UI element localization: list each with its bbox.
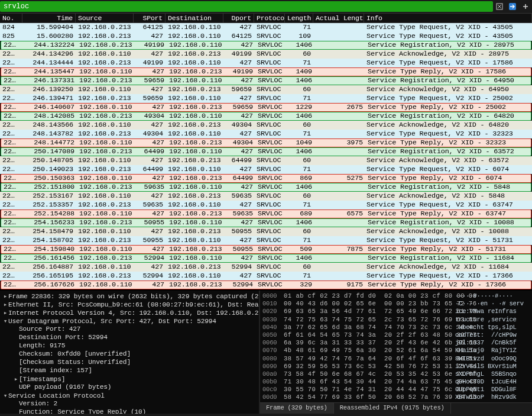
hex-row[interactable]: 008038 57 49 42 74 76 7a 64 20 6f 4f 6f … (262, 355, 532, 363)
packet-row[interactable]: 22…254.158702192.168.0.21350955192.168.0… (0, 236, 532, 245)
filter-apply-icon[interactable] (507, 1, 518, 12)
packet-row[interactable]: 22…244.134444192.168.0.21349199192.168.0… (0, 59, 532, 67)
caret-right-icon[interactable]: ▸ (2, 292, 8, 300)
hex-row[interactable]: 00d058 42 54 77 69 33 6f 50 20 68 52 7a … (262, 394, 532, 401)
packet-row[interactable]: 22…256.167626192.168.0.110427192.168.0.2… (1, 280, 531, 289)
packet-row[interactable]: 82415.599404192.168.0.21364125192.168.0.… (0, 23, 532, 32)
hex-tabs: Frame (329 bytes) Reassembled IPv4 (9175… (260, 402, 532, 414)
tree-node[interactable]: Checksum: 0xfdd0 [unverified] (2, 350, 257, 359)
packet-row[interactable]: 22…250.147089192.168.0.21364499192.168.0… (1, 147, 531, 156)
packet-row[interactable]: 22…252.154288192.168.0.110427192.168.0.2… (1, 209, 531, 218)
packet-row[interactable]: 22…246.139471192.168.0.21359659192.168.0… (0, 94, 532, 103)
packet-bytes-pane[interactable]: 000001 ab cf 02 23 d7 fd d0 02 0a 00 23 … (260, 291, 532, 414)
tree-node[interactable]: [Checksum Status: Unverified] (2, 359, 257, 367)
hex-row[interactable]: 00606a 39 6c 3a 31 33 33 37 20 2f 43 6e … (262, 339, 532, 347)
hex-tab-reassembled[interactable]: Reassembled IPv4 (9175 bytes) (334, 403, 451, 414)
hex-row[interactable]: 001000 40 43 d6 00 02 65 6e 00 00 23 bb … (262, 300, 532, 308)
packet-row[interactable]: 22…256.161456192.168.0.21352994192.168.0… (1, 254, 531, 263)
details-panes: ▸Frame 22836: 329 bytes on wire (2632 bi… (0, 289, 532, 414)
hex-row[interactable]: 000001 ab cf 02 23 d7 fd d0 02 0a 00 23 … (262, 292, 532, 300)
packet-list-header: No. Time Source SPort Destination Dport … (0, 14, 532, 23)
tree-node[interactable]: Destination Port: 52994 (2, 334, 257, 342)
packet-details-tree[interactable]: ▸Frame 22836: 329 bytes on wire (2632 bi… (0, 291, 260, 414)
hex-row[interactable]: 003074 72 75 63 74 75 72 65 2c 73 65 72 … (262, 316, 532, 324)
tree-node[interactable]: Length: 9175 (2, 342, 257, 350)
packet-row[interactable]: 82515.600280192.168.0.213427192.168.0.11… (0, 32, 532, 41)
packet-row[interactable]: 22…256.164887192.168.0.110427192.168.0.2… (0, 263, 532, 272)
column-header-time[interactable]: Time (22, 14, 76, 22)
packet-row[interactable]: 22…248.144772192.168.0.110427192.168.0.2… (1, 138, 531, 147)
tree-node[interactable]: Source Port: 427 (2, 325, 257, 334)
packet-row[interactable]: 22…246.137331192.168.0.21359659192.168.0… (1, 76, 531, 85)
packet-row[interactable]: 22…256.165195192.168.0.21352994192.168.0… (0, 272, 532, 280)
hex-tab-frame[interactable]: Frame (329 bytes) (260, 403, 334, 414)
filter-clear-icon[interactable] (494, 1, 505, 12)
caret-right-icon[interactable]: ▸ (2, 301, 8, 308)
column-header-source[interactable]: Source (76, 14, 134, 22)
tree-node[interactable]: ▸Frame 22836: 329 bytes on wire (2632 bi… (2, 292, 257, 301)
tree-node[interactable]: Version: 2 (2, 400, 257, 408)
tree-node[interactable]: [Stream index: 157] (2, 367, 257, 375)
hex-row[interactable]: 00c030 55 70 50 71 4e 74 31 20 44 44 47 … (262, 386, 532, 394)
packet-row[interactable]: 22…252.153357192.168.0.21359635192.168.0… (0, 201, 532, 209)
packet-row[interactable]: 22…254.159840192.168.0.110427192.168.0.2… (1, 245, 531, 254)
column-header-no[interactable]: No. (0, 14, 22, 22)
caret-down-icon[interactable]: ▾ (2, 317, 8, 325)
packet-row[interactable]: 22…254.156233192.168.0.21350955192.168.0… (1, 218, 531, 227)
hex-row[interactable]: 00a073 58 4f 50 6e 68 67 4c 20 53 35 42 … (262, 370, 532, 378)
column-header-actual-length[interactable]: Actual Length (313, 14, 364, 22)
tree-node[interactable]: UDP payload (9167 bytes) (2, 383, 257, 392)
column-header-length[interactable]: Length (285, 14, 313, 22)
packet-row[interactable]: 22…250.150363192.168.0.110427192.168.0.2… (1, 174, 531, 183)
column-header-info[interactable]: Info (364, 14, 532, 22)
packet-row[interactable]: 22…250.149023192.168.0.21364499192.168.0… (0, 165, 532, 174)
packet-row[interactable]: 22…254.158479192.168.0.110427192.168.0.2… (0, 227, 532, 236)
hex-row[interactable]: 00b071 30 48 6f 43 54 30 44 20 74 4a 63 … (262, 378, 532, 386)
tree-node[interactable]: ▾Service Location Protocol (2, 392, 257, 400)
caret-right-icon[interactable]: ▸ (2, 309, 8, 317)
tree-node[interactable]: ▸Internet Protocol Version 4, Src: 192.1… (2, 309, 257, 317)
packet-row[interactable]: 22…246.139250192.168.0.110427192.168.0.2… (0, 85, 532, 94)
display-filter-bar (0, 0, 532, 14)
column-header-dport[interactable]: Dport (223, 14, 254, 22)
packet-row[interactable]: 22…248.143566192.168.0.110427192.168.0.2… (0, 121, 532, 130)
packet-row[interactable]: 22…252.153167192.168.0.110427192.168.0.2… (0, 192, 532, 201)
caret-down-icon[interactable]: ▾ (2, 392, 8, 399)
hex-row[interactable]: 00704b 48 61 69 49 75 6a 30 20 52 61 6a … (262, 347, 532, 354)
tree-node[interactable]: ▾User Datagram Protocol, Src Port: 427, … (2, 317, 257, 325)
packet-row[interactable]: 22…244.134296192.168.0.110427192.168.0.2… (0, 50, 532, 59)
hex-row[interactable]: 00506f 61 64 54 65 73 74 3a 20 2f 2f 63 … (262, 331, 532, 339)
packet-row[interactable]: 22…244.135447192.168.0.110427192.168.0.2… (1, 67, 531, 76)
hex-row[interactable]: 002069 63 65 3a 56 4d 77 61 72 65 49 6e … (262, 308, 532, 315)
hex-row[interactable]: 00403a 77 62 65 6d 3a 68 74 74 70 73 2c … (262, 324, 532, 331)
packet-row[interactable]: 22…250.148705192.168.0.110427192.168.0.2… (0, 156, 532, 165)
tree-node[interactable]: ▸Ethernet II, Src: PcsCompu_b9:ec:61 (08… (2, 301, 257, 309)
display-filter-input[interactable] (0, 1, 493, 12)
packet-row[interactable]: 22…252.151800192.168.0.21359635192.168.0… (1, 183, 531, 192)
tree-node[interactable]: ▸[Timestamps] (2, 375, 257, 383)
tree-node[interactable]: Function: Service Type Reply (10) (2, 408, 257, 414)
hex-row[interactable]: 009069 32 59 56 53 73 6c 53 42 58 76 72 … (262, 363, 532, 370)
column-header-protocol[interactable]: Protocol (254, 14, 285, 22)
filter-bookmark-icon[interactable] (520, 1, 531, 12)
packet-list[interactable]: 82415.599404192.168.0.21364125192.168.0.… (0, 23, 532, 289)
column-header-destination[interactable]: Destination (166, 14, 223, 22)
column-header-sport[interactable]: SPort (134, 14, 166, 22)
packet-row[interactable]: 22…248.143782192.168.0.21349304192.168.0… (0, 130, 532, 138)
packet-row[interactable]: 22…248.142085192.168.0.21349304192.168.0… (1, 112, 531, 121)
packet-row[interactable]: 22…246.140607192.168.0.110427192.168.0.2… (1, 103, 531, 112)
packet-row[interactable]: 22…244.132224192.168.0.21349199192.168.0… (1, 41, 531, 50)
caret-right-icon[interactable]: ▸ (13, 375, 19, 383)
